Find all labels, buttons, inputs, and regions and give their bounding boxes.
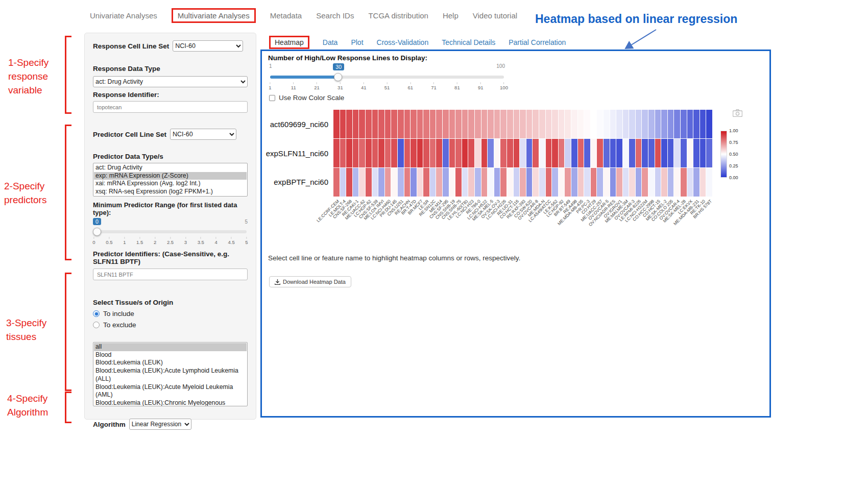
heatmap-cell — [340, 110, 346, 138]
heatmap-cell — [623, 110, 629, 138]
heatmap-annotation-title: Heatmap based on linear regression — [535, 12, 737, 26]
checkbox-unchecked-icon[interactable] — [269, 95, 275, 101]
heatmap-cell — [591, 110, 597, 138]
slider-tick-label: 51 — [384, 82, 390, 90]
heatmap-cell — [674, 168, 680, 197]
tissue-exclude-radio[interactable]: To exclude — [93, 321, 248, 329]
download-heatmap-data-button[interactable]: Download Heatmap Data — [269, 276, 351, 287]
lines-slider[interactable]: 1 100 30 1112131415161718191100 — [269, 63, 505, 93]
predictor-data-types-listbox[interactable]: act: Drug Activityexp: mRNA Expression (… — [93, 163, 248, 197]
heatmap-cell — [475, 110, 481, 138]
slider-tick-label: 4 — [215, 237, 218, 245]
heatmap-cell — [642, 168, 648, 197]
heatmap-cell — [674, 139, 680, 167]
heatmap-cell — [359, 139, 365, 167]
heatmap-cell — [353, 139, 359, 167]
nav-item-multivariate-analyses[interactable]: Multivariate Analyses — [172, 8, 256, 23]
heatmap-cell — [340, 139, 346, 167]
nav-item-search-ids[interactable]: Search IDs — [316, 11, 354, 20]
response-identifier-input[interactable] — [93, 101, 248, 113]
camera-icon[interactable] — [733, 109, 742, 117]
heatmap-row-label[interactable]: expBPTF_nci60 — [266, 167, 332, 197]
slider-tick-label: 4.5 — [228, 237, 234, 245]
listbox-option[interactable]: exp: mRNA Expression (Z-Score) — [94, 172, 247, 180]
heatmap-cell — [481, 110, 488, 138]
tab-data[interactable]: Data — [323, 38, 338, 46]
heatmap-cell — [578, 168, 584, 197]
heatmap-cell — [559, 139, 565, 167]
response-cell-line-set-select[interactable]: NCI-60 — [173, 40, 243, 52]
slider-tick-label: 0 — [92, 237, 95, 245]
tab-partial-correlation[interactable]: Partial Correlation — [509, 38, 566, 46]
heatmap-cell — [443, 139, 449, 167]
predictor-cell-line-set-label: Predictor Cell Line Set — [93, 131, 166, 138]
heatmap-cell — [404, 139, 411, 167]
algorithm-select[interactable]: Linear Regression — [129, 419, 191, 430]
heatmap-cell — [629, 168, 635, 197]
nav-item-help[interactable]: Help — [443, 11, 459, 20]
heatmap-cell — [514, 110, 520, 138]
step4-label: 4-Specify Algorithm — [7, 392, 64, 420]
predictor-cell-line-set-select[interactable]: NCI-60 — [170, 129, 236, 140]
tab-cross-validation[interactable]: Cross-Validation — [377, 38, 429, 46]
listbox-option[interactable]: Blood:Leukemia (LEUK):Acute Myeloid Leuk… — [94, 383, 247, 399]
heatmap-colorbar: 1.000.750.500.250.00 — [720, 131, 751, 178]
heatmap-cell — [494, 168, 500, 197]
listbox-option[interactable]: xai: mRNA Expression (Avg. log2 Int.) — [94, 180, 247, 188]
slider-handle[interactable] — [93, 228, 101, 236]
listbox-option[interactable]: xsq: RNA-seq Expression (log2 FPKM+1.) — [94, 188, 247, 196]
colorbar-gradient — [720, 131, 727, 178]
heatmap-cell — [462, 168, 468, 197]
response-data-type-select[interactable]: act: Drug Activity — [93, 76, 248, 87]
slider-tick-label: 2 — [154, 237, 156, 245]
listbox-option[interactable]: Blood:Leukemia (LEUK) — [94, 359, 247, 367]
tab-plot[interactable]: Plot — [351, 38, 363, 46]
nav-item-univariate-analyses[interactable]: Univariate Analyses — [90, 11, 157, 20]
colorbar-tick-label: 0.75 — [729, 140, 738, 145]
heatmap-row-label[interactable]: act609699_nci60 — [266, 110, 332, 139]
nav-item-video-tutorial[interactable]: Video tutorial — [473, 11, 517, 20]
nav-item-metadata[interactable]: Metadata — [270, 11, 302, 20]
row-color-scale-checkbox-row[interactable]: Use Row Color Scale — [269, 94, 344, 102]
tissue-include-label: To include — [103, 310, 134, 318]
tab-heatmap[interactable]: Heatmap — [269, 36, 309, 49]
lines-slider-handle[interactable] — [334, 73, 342, 81]
heatmap-cell — [423, 139, 429, 167]
tissue-include-radio[interactable]: To include — [93, 310, 248, 318]
heatmap-cell — [578, 110, 584, 138]
heatmap-cell — [571, 110, 577, 138]
response-identifier-label: Response Identifier: — [93, 91, 248, 99]
heatmap-cell — [681, 139, 687, 167]
heatmap-cell — [500, 110, 507, 138]
response-data-type-label: Response Data Type — [93, 65, 248, 72]
listbox-option[interactable]: Blood:Leukemia (LEUK):Acute Lymphoid Leu… — [94, 367, 247, 383]
heatmap-cell — [514, 168, 520, 197]
listbox-option[interactable]: Blood:Leukemia (LEUK):Chronic Myelogenou… — [94, 399, 247, 406]
tissue-listbox[interactable]: allBloodBlood:Leukemia (LEUK)Blood:Leuke… — [93, 342, 248, 406]
lines-slider-track[interactable] — [270, 76, 504, 79]
heatmap-row-label[interactable]: expSLFN11_nci60 — [266, 139, 332, 168]
heatmap-cell — [366, 110, 372, 138]
heatmap-cell — [411, 168, 417, 197]
listbox-option[interactable]: Blood — [94, 351, 247, 359]
heatmap-cell — [468, 139, 474, 167]
heatmap-cell — [436, 168, 442, 197]
nav-item-tcga-distribution[interactable]: TCGA distribution — [368, 11, 428, 20]
radio-selected-icon[interactable] — [93, 310, 100, 317]
listbox-option[interactable]: all — [94, 343, 247, 351]
predictor-identifiers-input[interactable] — [93, 269, 248, 280]
heatmap-cell — [507, 110, 513, 138]
heatmap-cell — [584, 110, 590, 138]
radio-unselected-icon[interactable] — [93, 322, 100, 328]
heatmap-cell — [340, 168, 346, 197]
heatmap-cell — [430, 110, 436, 138]
slider-track[interactable] — [94, 230, 247, 233]
min-predictor-range-slider[interactable]: 0 5 00.511.522.533.544.55 — [93, 218, 248, 246]
lines-slider-max-label: 100 — [496, 63, 505, 69]
listbox-option[interactable]: act: Drug Activity — [94, 164, 247, 172]
heatmap-cell — [475, 168, 481, 197]
heatmap-cell — [372, 139, 378, 167]
heatmap-cell — [333, 110, 340, 138]
heatmap-cell — [648, 110, 655, 138]
tab-technical-details[interactable]: Technical Details — [442, 38, 495, 46]
